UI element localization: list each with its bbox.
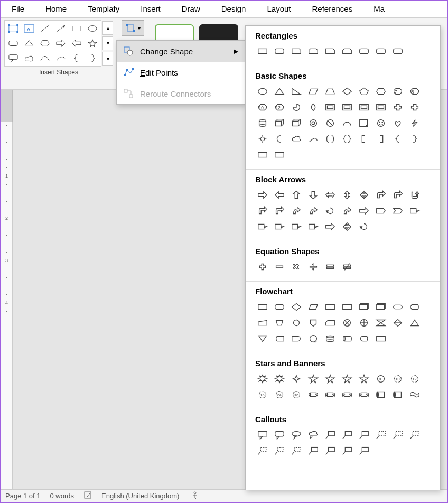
shape-option[interactable] (306, 300, 321, 314)
shape-option[interactable]: 10 (255, 100, 270, 114)
shape-option[interactable] (407, 388, 422, 402)
shape-option[interactable] (255, 220, 270, 234)
shape-option[interactable] (272, 332, 287, 346)
shape-option[interactable] (340, 316, 354, 330)
shape-option[interactable] (357, 132, 371, 146)
shape-option[interactable] (357, 204, 371, 218)
shape-option[interactable] (357, 85, 371, 98)
shape-option[interactable] (357, 44, 371, 58)
shape-option[interactable] (272, 148, 287, 162)
shape-option[interactable] (289, 116, 304, 130)
shapes-scroll-up[interactable]: ▴ (102, 21, 113, 35)
shape-option[interactable] (255, 444, 270, 458)
shape-option[interactable] (357, 444, 371, 458)
shape-option[interactable] (357, 332, 371, 346)
shape-option[interactable] (374, 188, 388, 202)
shape-option[interactable] (323, 85, 338, 98)
shape-option[interactable] (323, 100, 338, 114)
shape-textbox-select[interactable] (6, 22, 21, 35)
shape-option[interactable] (340, 444, 354, 458)
shape-curve[interactable] (38, 51, 52, 65)
shape-option[interactable] (323, 332, 338, 346)
tab-templafy[interactable]: Templafy (77, 1, 130, 17)
shape-option[interactable] (306, 188, 321, 202)
shape-option[interactable] (272, 372, 287, 386)
shape-option[interactable] (306, 204, 321, 218)
shape-rectangle[interactable] (69, 22, 84, 35)
status-check-icon[interactable] (83, 491, 92, 501)
shape-option[interactable] (255, 132, 270, 146)
shape-option[interactable] (255, 116, 270, 130)
shape-option[interactable] (407, 204, 422, 218)
shape-oval[interactable] (85, 22, 100, 35)
shape-option[interactable] (289, 85, 304, 98)
shape-textbox[interactable]: A (22, 22, 36, 35)
shape-option[interactable] (306, 85, 321, 98)
tab-file[interactable]: File (1, 1, 35, 17)
shape-option[interactable] (390, 188, 405, 202)
shape-option[interactable] (390, 44, 405, 58)
shape-option[interactable] (255, 316, 270, 330)
shape-arc[interactable] (53, 51, 68, 65)
shape-option[interactable] (289, 300, 304, 314)
shape-option[interactable] (374, 204, 388, 218)
tab-mailings[interactable]: Ma (363, 1, 395, 17)
shape-option[interactable] (390, 428, 405, 442)
shape-option[interactable] (407, 132, 422, 146)
shape-option[interactable] (289, 444, 304, 458)
shape-option[interactable] (255, 85, 270, 98)
shape-option[interactable] (289, 220, 304, 234)
shape-option[interactable] (374, 116, 388, 130)
shape-option[interactable] (272, 116, 287, 130)
shape-option[interactable] (255, 260, 270, 274)
shape-option[interactable] (374, 300, 388, 314)
shape-option[interactable] (390, 204, 405, 218)
shape-option[interactable] (306, 100, 321, 114)
shape-option[interactable] (255, 372, 270, 386)
shape-option[interactable] (407, 100, 422, 114)
shape-option[interactable] (306, 116, 321, 130)
shape-option[interactable] (255, 204, 270, 218)
shape-option[interactable] (340, 332, 354, 346)
shape-arrowline[interactable] (53, 22, 68, 35)
shape-option[interactable]: 16 (255, 388, 270, 402)
shape-option[interactable] (357, 100, 371, 114)
shape-option[interactable] (323, 44, 338, 58)
shape-option[interactable] (340, 100, 354, 114)
shape-option[interactable] (323, 116, 338, 130)
tab-insert[interactable]: Insert (130, 1, 171, 17)
shape-star[interactable] (85, 36, 100, 50)
shape-option[interactable] (340, 300, 354, 314)
edit-shape-button[interactable]: ▾ (122, 20, 144, 36)
shapes-expand[interactable]: ▾ (102, 52, 113, 66)
shape-option[interactable] (306, 220, 321, 234)
shape-option[interactable] (289, 132, 304, 146)
shape-rightarrow[interactable] (53, 36, 68, 50)
status-accessibility-icon[interactable] (191, 491, 199, 501)
shape-option[interactable] (289, 372, 304, 386)
shape-option[interactable]: 8 (374, 372, 388, 386)
shape-option[interactable] (323, 220, 338, 234)
shape-option[interactable] (272, 188, 287, 202)
shape-option[interactable] (340, 132, 354, 146)
shape-option[interactable] (289, 100, 304, 114)
shape-option[interactable] (255, 44, 270, 58)
shape-option[interactable] (306, 428, 321, 442)
shape-option[interactable] (340, 260, 354, 274)
shape-option[interactable] (390, 388, 405, 402)
shape-option[interactable] (272, 316, 287, 330)
shape-option[interactable] (340, 204, 354, 218)
shapes-scroll-down[interactable]: ▾ (102, 36, 113, 50)
shape-option[interactable]: 12 (407, 372, 422, 386)
shape-option[interactable]: 32 (289, 388, 304, 402)
shape-option[interactable] (357, 388, 371, 402)
shape-leftarrow[interactable] (69, 36, 84, 50)
shape-option[interactable] (357, 116, 371, 130)
status-language[interactable]: English (United Kingdom) (101, 492, 179, 500)
shape-option[interactable] (272, 132, 287, 146)
shape-roundrect[interactable] (6, 36, 21, 50)
shape-hexagon[interactable] (38, 36, 52, 50)
shape-option[interactable]: 10 (390, 372, 405, 386)
shape-option[interactable] (357, 316, 371, 330)
shape-option[interactable] (390, 116, 405, 130)
